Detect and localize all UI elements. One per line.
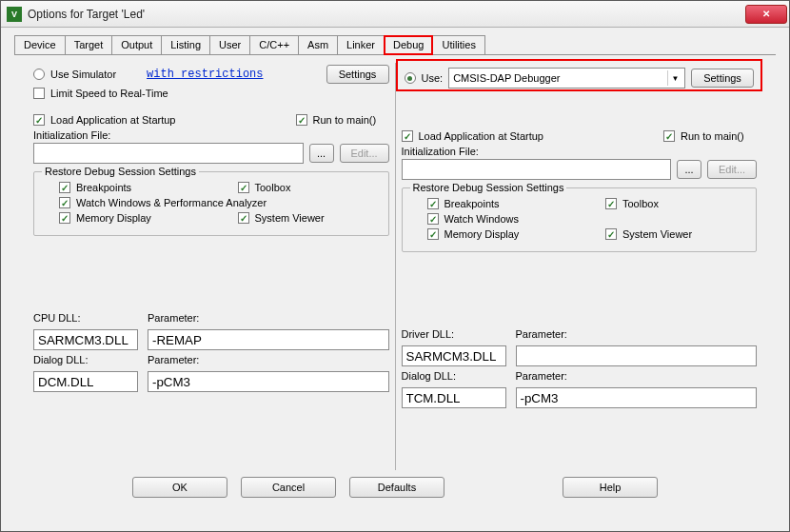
left-watch-label: Watch Windows & Performance Analyzer [76,197,267,208]
left-restore-legend: Restore Debug Session Settings [42,166,199,177]
debugger-select-value: CMSIS-DAP Debugger [453,72,560,84]
right-param1-input[interactable] [516,345,758,366]
left-init-file-input[interactable] [33,143,304,164]
debugger-settings-button[interactable]: Settings [691,69,754,88]
right-load-app-checkbox[interactable] [402,130,413,142]
dialog-footer: OK Cancel Defaults Help [14,471,776,503]
left-sysview-label: System Viewer [255,212,379,224]
cpu-dll-input[interactable] [33,329,138,350]
close-button[interactable]: ✕ [745,5,787,24]
right-toolbox-checkbox[interactable] [605,198,617,209]
right-sysview-checkbox[interactable] [605,228,617,240]
right-watch-label: Watch Windows [444,213,519,225]
right-toolbox-label: Toolbox [622,198,746,209]
tab-device[interactable]: Device [14,35,66,54]
left-breakpoints-label: Breakpoints [76,182,131,193]
right-run-main-checkbox[interactable] [663,130,675,142]
left-param2-label: Parameter: [148,354,389,365]
left-run-main-label: Run to main() [313,114,389,126]
debugger-select[interactable]: CMSIS-DAP Debugger ▼ [448,68,685,89]
left-param1-label: Parameter: [148,312,389,324]
use-debugger-radio[interactable] [405,72,416,84]
tab-linker[interactable]: Linker [337,35,385,54]
tab-ccpp[interactable]: C/C++ [249,35,299,54]
right-param2-label: Parameter: [516,370,758,382]
right-param2-input[interactable] [516,387,758,408]
right-dialog-dll-label: Dialog DLL: [402,370,506,382]
left-watch-checkbox[interactable] [59,197,70,208]
tab-listing[interactable]: Listing [161,35,210,54]
left-browse-button[interactable]: ... [309,144,334,163]
tab-user[interactable]: User [209,35,250,54]
right-init-file-label: Initialization File: [402,146,758,157]
use-simulator-radio[interactable] [33,69,45,80]
right-restore-group: Restore Debug Session Settings Breakpoin… [402,187,758,252]
left-run-main-checkbox[interactable] [296,114,307,126]
left-load-app-label: Load Application at Startup [50,114,175,126]
options-dialog: V Options for Target 'Led' ✕ Device Targ… [0,0,790,532]
tab-debug[interactable]: Debug [384,35,433,55]
restrictions-link[interactable]: with restrictions [147,68,263,81]
driver-dll-label: Driver DLL: [402,328,506,340]
simulator-settings-button[interactable]: Settings [326,65,389,84]
left-dialog-dll-label: Dialog DLL: [33,354,138,365]
right-memory-label: Memory Display [444,228,520,240]
right-breakpoints-checkbox[interactable] [427,198,439,209]
debugger-panel: Use: CMSIS-DAP Debugger ▼ Settings Load … [396,59,763,474]
cancel-button[interactable]: Cancel [241,477,336,498]
left-init-file-label: Initialization File: [33,129,389,141]
app-icon: V [7,7,22,22]
tab-target[interactable]: Target [65,35,113,54]
left-sysview-checkbox[interactable] [238,212,249,224]
left-memory-checkbox[interactable] [59,212,70,224]
window-title: Options for Target 'Led' [28,8,145,21]
titlebar: V Options for Target 'Led' ✕ [1,1,789,28]
limit-speed-label: Limit Speed to Real-Time [50,88,168,99]
left-memory-label: Memory Display [76,212,151,224]
left-param1-input[interactable] [148,329,389,350]
left-param2-input[interactable] [148,371,389,392]
left-dialog-dll-input[interactable] [33,371,138,392]
tab-utilities[interactable]: Utilities [432,35,484,54]
defaults-button[interactable]: Defaults [349,477,444,498]
right-memory-checkbox[interactable] [427,228,439,240]
tab-output[interactable]: Output [111,35,162,54]
right-param1-label: Parameter: [516,328,758,340]
cpu-dll-label: CPU DLL: [33,312,138,324]
left-toolbox-checkbox[interactable] [238,182,249,193]
ok-button[interactable]: OK [132,477,227,498]
left-restore-group: Restore Debug Session Settings Breakpoin… [33,171,389,236]
right-init-file-input[interactable] [402,159,672,180]
limit-speed-checkbox[interactable] [33,88,45,99]
right-edit-button[interactable]: Edit... [707,160,757,179]
tab-asm[interactable]: Asm [298,35,338,54]
tabs: Device Target Output Listing User C/C++ … [1,28,789,54]
right-dialog-dll-input[interactable] [402,387,506,408]
driver-dll-input[interactable] [402,345,506,366]
right-restore-legend: Restore Debug Session Settings [410,182,567,193]
right-sysview-label: System Viewer [622,228,746,240]
left-load-app-checkbox[interactable] [33,114,45,126]
left-breakpoints-checkbox[interactable] [59,182,70,193]
right-load-app-label: Load Application at Startup [419,130,543,142]
left-edit-button[interactable]: Edit... [340,144,389,163]
right-run-main-label: Run to main() [681,130,757,142]
right-browse-button[interactable]: ... [677,160,701,179]
help-button[interactable]: Help [563,477,658,498]
right-breakpoints-label: Breakpoints [444,198,500,209]
tab-body: Use Simulator with restrictions Settings… [14,54,776,509]
left-toolbox-label: Toolbox [255,182,379,193]
simulator-panel: Use Simulator with restrictions Settings… [28,59,395,474]
use-debugger-label: Use: [422,72,444,84]
chevron-down-icon: ▼ [667,70,682,86]
use-simulator-label: Use Simulator [50,69,116,80]
right-watch-checkbox[interactable] [427,213,439,225]
